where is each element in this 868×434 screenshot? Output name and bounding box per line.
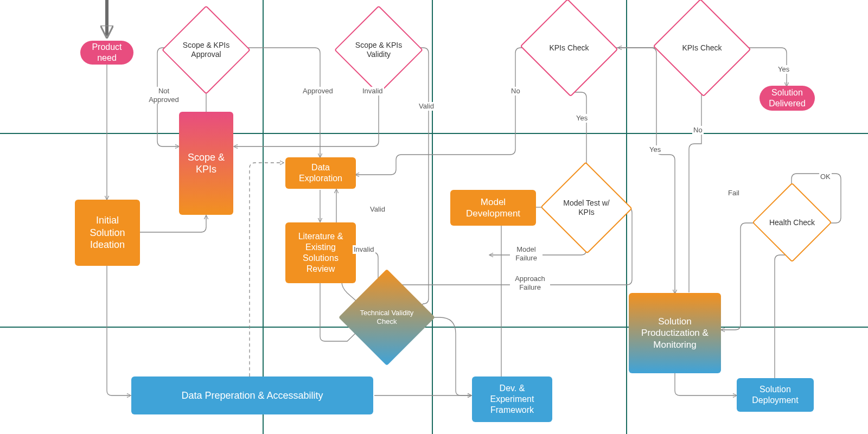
node-label: Data Exploration bbox=[290, 162, 352, 184]
node-dev-experiment-framework: Dev. & Experiment Framework bbox=[472, 376, 552, 422]
node-label: Solution Productization & Monitoring bbox=[633, 316, 717, 350]
edge-label-approved: Approved bbox=[302, 87, 334, 95]
node-label: KPIs Check bbox=[549, 43, 589, 53]
node-label: Model Development bbox=[455, 196, 532, 220]
node-label: Dev. & Experiment Framework bbox=[476, 383, 548, 416]
node-label: Solution Delivered bbox=[764, 87, 810, 109]
node-label: Model Test w/ KPIs bbox=[558, 199, 615, 217]
edge-label-yes: Yes bbox=[575, 114, 589, 123]
grid-horizontal bbox=[0, 327, 868, 328]
node-kpis-check-2: KPIs Check bbox=[666, 14, 738, 81]
node-solution-productization: Solution Productization & Monitoring bbox=[629, 293, 721, 373]
node-scope-kpis-validity: Scope & KPIs Validity bbox=[347, 18, 410, 81]
grid-horizontal bbox=[0, 133, 868, 134]
node-initial-solution-ideation: Initial Solution Ideation bbox=[75, 200, 140, 266]
node-label: Scope & KPIs bbox=[183, 151, 229, 176]
node-label: Solution Deployment bbox=[741, 384, 809, 406]
edge-label-invalid-2: Invalid bbox=[353, 245, 375, 254]
node-scope-kpis: Scope & KPIs bbox=[179, 112, 233, 215]
edge-label-not-approved: Not Approved bbox=[146, 87, 181, 104]
node-label: Health Check bbox=[769, 218, 815, 227]
node-model-development: Model Development bbox=[450, 190, 536, 226]
node-health-check: Health Check bbox=[764, 194, 820, 251]
node-solution-delivered: Solution Delivered bbox=[760, 86, 815, 111]
node-literature-review: Literature & Existing Solutions Review bbox=[285, 222, 356, 283]
node-label: KPIs Check bbox=[682, 43, 722, 53]
edge-label-yes-3: Yes bbox=[777, 65, 790, 74]
node-label: Technical Validity Check bbox=[357, 309, 417, 326]
node-data-exploration: Data Exploration bbox=[285, 157, 356, 189]
node-technical-validity: Technical Validity Check bbox=[353, 283, 421, 352]
edge-label-no: No bbox=[510, 87, 521, 95]
grid-vertical bbox=[263, 0, 264, 434]
node-label: Initial Solution Ideation bbox=[79, 214, 136, 251]
edge-label-valid-2: Valid bbox=[369, 205, 386, 214]
flowchart-canvas: Product need Scope & KPIs Approval Scope… bbox=[0, 0, 868, 434]
edge-label-no-2: No bbox=[692, 126, 704, 135]
node-data-preparation: Data Preperation & Accessability bbox=[131, 376, 373, 414]
node-scope-kpis-approval: Scope & KPIs Approval bbox=[175, 18, 238, 81]
grid-vertical bbox=[626, 0, 627, 434]
node-label: Literature & Existing Solutions Review bbox=[290, 231, 352, 275]
node-kpis-check-1: KPIs Check bbox=[533, 14, 605, 81]
edge-label-yes-2: Yes bbox=[648, 145, 662, 154]
node-label: Scope & KPIs Validity bbox=[352, 41, 406, 59]
edge-label-approach-failure: Approach Failure bbox=[510, 275, 550, 291]
edge-label-valid: Valid bbox=[418, 102, 435, 111]
edge-label-fail: Fail bbox=[727, 189, 741, 197]
node-label: Data Preperation & Accessability bbox=[181, 390, 323, 402]
node-label: Product need bbox=[85, 42, 129, 63]
grid-vertical bbox=[432, 0, 433, 434]
edge-label-model-failure: Model Failure bbox=[510, 245, 542, 262]
node-model-test-kpis: Model Test w/ KPIs bbox=[553, 176, 620, 240]
node-label: Scope & KPIs Approval bbox=[179, 41, 233, 59]
node-product-need: Product need bbox=[80, 41, 133, 65]
edge-label-invalid: Invalid bbox=[361, 87, 384, 95]
edge-label-ok: OK bbox=[819, 173, 832, 181]
node-solution-deployment: Solution Deployment bbox=[737, 378, 814, 412]
